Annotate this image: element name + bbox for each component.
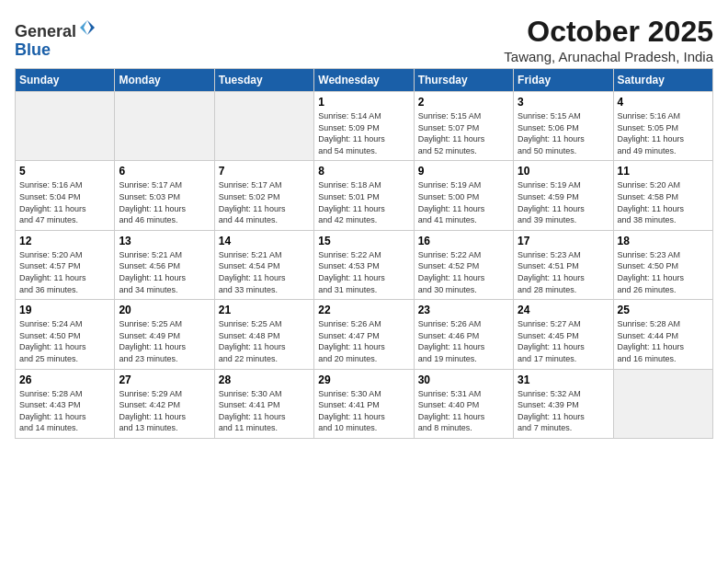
title-area: October 2025 Tawang, Arunachal Pradesh, … — [504, 15, 713, 64]
day-info: Sunrise: 5:21 AM Sunset: 4:56 PM Dayligh… — [119, 249, 210, 295]
day-info: Sunrise: 5:22 AM Sunset: 4:53 PM Dayligh… — [318, 249, 409, 295]
day-number: 23 — [418, 304, 509, 316]
empty-cell — [16, 92, 115, 161]
day-info: Sunrise: 5:23 AM Sunset: 4:50 PM Dayligh… — [618, 249, 709, 295]
week-row-1: 1Sunrise: 5:14 AM Sunset: 5:09 PM Daylig… — [16, 92, 713, 161]
day-cell-17: 17Sunrise: 5:23 AM Sunset: 4:51 PM Dayli… — [514, 230, 613, 299]
day-info: Sunrise: 5:20 AM Sunset: 4:57 PM Dayligh… — [19, 249, 110, 295]
day-number: 17 — [518, 235, 609, 247]
svg-marker-1 — [80, 20, 87, 35]
logo-icon — [78, 18, 97, 37]
day-info: Sunrise: 5:15 AM Sunset: 5:07 PM Dayligh… — [418, 110, 509, 156]
day-info: Sunrise: 5:16 AM Sunset: 5:04 PM Dayligh… — [19, 179, 110, 225]
day-info: Sunrise: 5:30 AM Sunset: 4:41 PM Dayligh… — [318, 388, 409, 434]
weekday-header-saturday: Saturday — [613, 69, 712, 92]
day-number: 28 — [219, 373, 310, 386]
day-info: Sunrise: 5:31 AM Sunset: 4:40 PM Dayligh… — [418, 388, 509, 434]
empty-cell — [115, 92, 214, 161]
day-info: Sunrise: 5:14 AM Sunset: 5:09 PM Dayligh… — [318, 110, 409, 156]
day-cell-30: 30Sunrise: 5:31 AM Sunset: 4:40 PM Dayli… — [414, 369, 513, 438]
day-cell-24: 24Sunrise: 5:27 AM Sunset: 4:45 PM Dayli… — [514, 300, 613, 369]
day-cell-29: 29Sunrise: 5:30 AM Sunset: 4:41 PM Dayli… — [314, 369, 414, 438]
day-info: Sunrise: 5:28 AM Sunset: 4:43 PM Dayligh… — [19, 388, 110, 434]
day-number: 31 — [518, 373, 609, 386]
day-info: Sunrise: 5:23 AM Sunset: 4:51 PM Dayligh… — [518, 249, 609, 295]
day-cell-15: 15Sunrise: 5:22 AM Sunset: 4:53 PM Dayli… — [314, 230, 414, 299]
day-cell-21: 21Sunrise: 5:25 AM Sunset: 4:48 PM Dayli… — [214, 300, 313, 369]
day-number: 21 — [219, 304, 310, 316]
day-cell-12: 12Sunrise: 5:20 AM Sunset: 4:57 PM Dayli… — [16, 230, 115, 299]
day-number: 24 — [518, 304, 609, 316]
day-cell-6: 6Sunrise: 5:17 AM Sunset: 5:03 PM Daylig… — [115, 161, 214, 230]
week-row-2: 5Sunrise: 5:16 AM Sunset: 5:04 PM Daylig… — [16, 161, 713, 230]
day-cell-19: 19Sunrise: 5:24 AM Sunset: 4:50 PM Dayli… — [16, 300, 115, 369]
day-cell-4: 4Sunrise: 5:16 AM Sunset: 5:05 PM Daylig… — [613, 92, 712, 161]
day-number: 4 — [618, 96, 709, 109]
day-number: 11 — [618, 165, 709, 178]
day-cell-11: 11Sunrise: 5:20 AM Sunset: 4:58 PM Dayli… — [613, 161, 712, 230]
day-number: 6 — [119, 165, 210, 178]
day-info: Sunrise: 5:32 AM Sunset: 4:39 PM Dayligh… — [518, 388, 609, 434]
day-number: 18 — [618, 235, 709, 247]
day-number: 30 — [418, 373, 509, 386]
day-cell-10: 10Sunrise: 5:19 AM Sunset: 4:59 PM Dayli… — [514, 161, 613, 230]
day-info: Sunrise: 5:27 AM Sunset: 4:45 PM Dayligh… — [518, 318, 609, 364]
day-number: 5 — [19, 165, 110, 178]
day-number: 2 — [418, 96, 509, 109]
day-info: Sunrise: 5:29 AM Sunset: 4:42 PM Dayligh… — [119, 388, 210, 434]
day-number: 25 — [618, 304, 709, 316]
day-cell-5: 5Sunrise: 5:16 AM Sunset: 5:04 PM Daylig… — [16, 161, 115, 230]
day-info: Sunrise: 5:15 AM Sunset: 5:06 PM Dayligh… — [518, 110, 609, 156]
day-info: Sunrise: 5:22 AM Sunset: 4:52 PM Dayligh… — [418, 249, 509, 295]
day-cell-2: 2Sunrise: 5:15 AM Sunset: 5:07 PM Daylig… — [414, 92, 513, 161]
day-number: 10 — [518, 165, 609, 178]
day-cell-16: 16Sunrise: 5:22 AM Sunset: 4:52 PM Dayli… — [414, 230, 513, 299]
day-number: 27 — [119, 373, 210, 386]
day-info: Sunrise: 5:30 AM Sunset: 4:41 PM Dayligh… — [219, 388, 310, 434]
week-row-5: 26Sunrise: 5:28 AM Sunset: 4:43 PM Dayli… — [16, 369, 713, 438]
day-info: Sunrise: 5:16 AM Sunset: 5:05 PM Dayligh… — [618, 110, 709, 156]
svg-marker-0 — [87, 20, 95, 35]
day-number: 1 — [318, 96, 409, 109]
day-cell-18: 18Sunrise: 5:23 AM Sunset: 4:50 PM Dayli… — [613, 230, 712, 299]
weekday-header-wednesday: Wednesday — [314, 69, 414, 92]
day-number: 9 — [418, 165, 509, 178]
empty-cell — [214, 92, 313, 161]
empty-cell — [613, 369, 712, 438]
weekday-header-thursday: Thursday — [414, 69, 513, 92]
day-cell-13: 13Sunrise: 5:21 AM Sunset: 4:56 PM Dayli… — [115, 230, 214, 299]
day-info: Sunrise: 5:24 AM Sunset: 4:50 PM Dayligh… — [19, 318, 110, 364]
day-number: 20 — [119, 304, 210, 316]
day-cell-14: 14Sunrise: 5:21 AM Sunset: 4:54 PM Dayli… — [214, 230, 313, 299]
weekday-header-tuesday: Tuesday — [214, 69, 313, 92]
day-cell-25: 25Sunrise: 5:28 AM Sunset: 4:44 PM Dayli… — [613, 300, 712, 369]
day-info: Sunrise: 5:21 AM Sunset: 4:54 PM Dayligh… — [219, 249, 310, 295]
day-info: Sunrise: 5:25 AM Sunset: 4:48 PM Dayligh… — [219, 318, 310, 364]
day-cell-20: 20Sunrise: 5:25 AM Sunset: 4:49 PM Dayli… — [115, 300, 214, 369]
day-cell-22: 22Sunrise: 5:26 AM Sunset: 4:47 PM Dayli… — [314, 300, 414, 369]
day-cell-9: 9Sunrise: 5:19 AM Sunset: 5:00 PM Daylig… — [414, 161, 513, 230]
day-cell-28: 28Sunrise: 5:30 AM Sunset: 4:41 PM Dayli… — [214, 369, 313, 438]
day-number: 8 — [318, 165, 409, 178]
day-info: Sunrise: 5:18 AM Sunset: 5:01 PM Dayligh… — [318, 179, 409, 225]
day-cell-7: 7Sunrise: 5:17 AM Sunset: 5:02 PM Daylig… — [214, 161, 313, 230]
day-info: Sunrise: 5:17 AM Sunset: 5:02 PM Dayligh… — [219, 179, 310, 225]
weekday-header-sunday: Sunday — [16, 69, 115, 92]
day-number: 15 — [318, 235, 409, 247]
day-number: 26 — [19, 373, 110, 386]
weekday-header-friday: Friday — [514, 69, 613, 92]
week-row-3: 12Sunrise: 5:20 AM Sunset: 4:57 PM Dayli… — [16, 230, 713, 299]
day-cell-8: 8Sunrise: 5:18 AM Sunset: 5:01 PM Daylig… — [314, 161, 414, 230]
day-info: Sunrise: 5:19 AM Sunset: 4:59 PM Dayligh… — [518, 179, 609, 225]
day-cell-31: 31Sunrise: 5:32 AM Sunset: 4:39 PM Dayli… — [514, 369, 613, 438]
day-number: 14 — [219, 235, 310, 247]
day-info: Sunrise: 5:28 AM Sunset: 4:44 PM Dayligh… — [618, 318, 709, 364]
day-cell-27: 27Sunrise: 5:29 AM Sunset: 4:42 PM Dayli… — [115, 369, 214, 438]
month-title: October 2025 — [504, 15, 713, 49]
day-number: 13 — [119, 235, 210, 247]
weekday-header-monday: Monday — [115, 69, 214, 92]
week-row-4: 19Sunrise: 5:24 AM Sunset: 4:50 PM Dayli… — [16, 300, 713, 369]
day-cell-3: 3Sunrise: 5:15 AM Sunset: 5:06 PM Daylig… — [514, 92, 613, 161]
day-number: 22 — [318, 304, 409, 316]
weekday-header-row: SundayMondayTuesdayWednesdayThursdayFrid… — [16, 69, 713, 92]
